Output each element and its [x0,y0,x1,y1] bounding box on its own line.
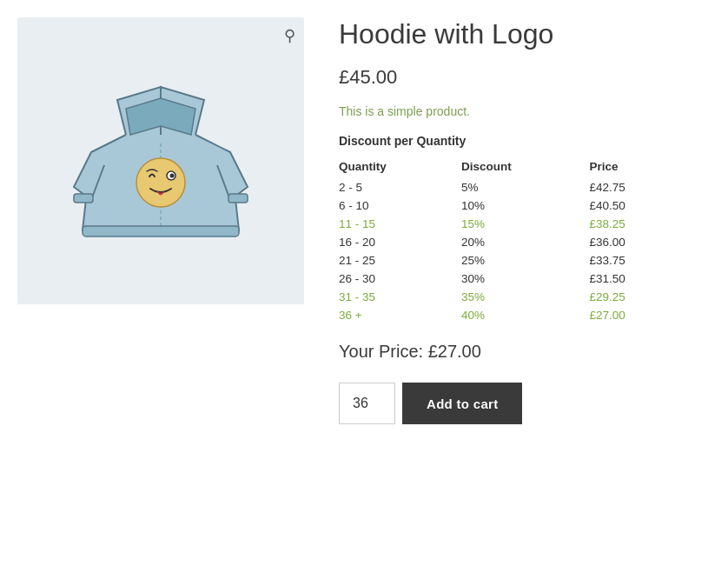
table-row: 26 - 3030%£31.50 [339,270,686,288]
discount-table: Quantity Discount Price 2 - 55%£42.756 -… [339,156,686,324]
discount-section: Discount per Quantity Quantity Discount … [339,134,711,324]
table-row: 6 - 1010%£40.50 [339,196,686,215]
table-row: 31 - 3535%£29.25 [339,288,686,306]
col-header-quantity: Quantity [339,156,461,178]
quantity-input[interactable] [339,383,395,424]
svg-rect-2 [74,194,93,203]
table-row: 2 - 55%£42.75 [339,178,686,196]
product-price: £45.00 [339,66,711,89]
table-row: 36 +40%£27.00 [339,306,686,324]
zoom-icon[interactable]: ⚲ [284,26,295,45]
svg-point-6 [170,174,175,178]
product-description: This is a simple product. [339,104,711,118]
discount-section-title: Discount per Quantity [339,134,711,148]
add-to-cart-row: Add to cart [339,383,711,424]
svg-rect-1 [83,226,239,236]
product-details: Hoodie with Logo £45.00 This is a simple… [339,17,711,424]
product-page: ⚲ [0,0,728,442]
table-row: 11 - 1515%£38.25 [339,215,686,233]
col-header-price: Price [589,156,686,178]
product-image-container: ⚲ [17,17,304,304]
col-header-discount: Discount [461,156,589,178]
svg-point-4 [136,158,185,207]
your-price: Your Price: £27.00 [339,342,711,362]
add-to-cart-button[interactable]: Add to cart [402,383,522,424]
table-row: 21 - 2525%£33.75 [339,251,686,270]
table-row: 16 - 2020%£36.00 [339,233,686,251]
svg-rect-3 [228,194,248,203]
product-title: Hoodie with Logo [339,17,711,50]
product-image [48,48,274,274]
